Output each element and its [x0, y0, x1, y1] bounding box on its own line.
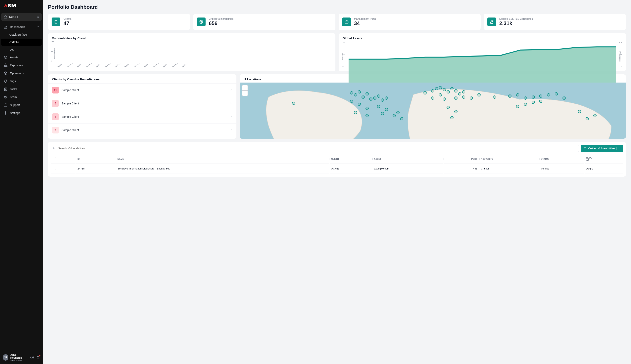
ip-marker[interactable] [354, 93, 357, 96]
ip-marker[interactable] [377, 105, 380, 108]
nav-sub-attack-surface[interactable]: Attack Surface [0, 31, 43, 38]
ip-marker[interactable] [350, 100, 353, 103]
metric-mgmt-ports[interactable]: Management Ports34 [339, 14, 481, 30]
ip-marker[interactable] [358, 90, 361, 94]
map[interactable]: + − [240, 82, 626, 134]
ip-marker[interactable] [400, 117, 403, 120]
ip-marker[interactable] [562, 96, 566, 100]
ip-marker[interactable] [377, 94, 380, 98]
select-all-checkbox[interactable] [53, 157, 56, 160]
ip-marker[interactable] [593, 114, 596, 117]
ip-marker[interactable] [450, 116, 454, 119]
ip-marker[interactable] [586, 117, 589, 120]
nav-team[interactable]: Team [0, 93, 43, 101]
ip-marker[interactable] [358, 103, 361, 106]
org-selector[interactable]: NetSPI [1, 13, 42, 21]
ip-marker[interactable] [361, 96, 365, 99]
zoom-out-button[interactable]: − [242, 90, 248, 96]
ip-marker[interactable] [439, 86, 442, 89]
nav-operations[interactable]: Operations [0, 69, 43, 77]
nav-sub-portfolio[interactable]: Portfolio [1, 38, 42, 46]
ip-marker[interactable] [477, 93, 481, 96]
column-header[interactable]: ˅SEVERITY [479, 154, 539, 164]
ip-marker[interactable] [524, 96, 527, 100]
ip-marker[interactable] [516, 93, 519, 96]
nav-tasks[interactable]: Tasks [0, 85, 43, 93]
ip-marker[interactable] [443, 98, 446, 101]
filter-button[interactable]: Verified Vulnerabilities [581, 144, 623, 152]
nav-sub-faq[interactable]: FAQ [0, 46, 43, 53]
ip-marker[interactable] [431, 89, 434, 92]
nav-dashboards[interactable]: Dashboards [0, 23, 43, 31]
ip-marker[interactable] [365, 114, 369, 117]
row-checkbox[interactable] [53, 167, 56, 170]
ip-marker[interactable] [365, 107, 369, 110]
column-header[interactable]: PORT [444, 154, 479, 164]
ip-marker[interactable] [350, 91, 353, 94]
ip-marker[interactable] [454, 110, 458, 113]
ip-marker[interactable] [458, 92, 461, 96]
ip-marker[interactable] [493, 96, 496, 99]
ip-marker[interactable] [354, 111, 357, 114]
ip-marker[interactable] [385, 96, 388, 100]
ip-marker[interactable] [539, 100, 542, 103]
table-row[interactable]: 24718Sensitive Information Disclosure - … [51, 164, 623, 174]
metric-critical[interactable]: Critical Vulnerabilities656 [193, 14, 335, 30]
ip-marker[interactable] [454, 89, 458, 92]
search-input[interactable] [51, 144, 579, 152]
ip-marker[interactable] [462, 96, 465, 99]
ip-marker[interactable] [532, 96, 535, 99]
bell-icon[interactable] [36, 356, 40, 360]
overdue-item[interactable]: 11Sample Client [48, 83, 237, 97]
nav-assets[interactable]: Assets [0, 53, 43, 61]
ip-marker[interactable] [450, 87, 454, 90]
ip-marker[interactable] [555, 92, 558, 96]
column-header[interactable]: ID [76, 154, 116, 164]
column-header[interactable]: REPOAT [585, 154, 623, 164]
ip-marker[interactable] [424, 91, 427, 94]
ip-marker[interactable] [435, 87, 438, 90]
ip-marker[interactable] [547, 93, 550, 96]
help-icon[interactable] [30, 356, 34, 360]
column-header[interactable]: CLIENT [330, 154, 372, 164]
ip-marker[interactable] [447, 106, 450, 109]
ip-marker[interactable] [369, 98, 372, 101]
metric-clients[interactable]: Clients47 [48, 14, 190, 30]
ip-marker[interactable] [443, 88, 446, 91]
ip-marker[interactable] [532, 101, 535, 104]
ip-marker[interactable] [381, 112, 384, 115]
avatar[interactable]: JR [3, 354, 8, 360]
column-header[interactable]: STATUS [539, 154, 584, 164]
column-header[interactable] [51, 154, 76, 164]
ip-marker[interactable] [539, 94, 542, 98]
nav-exposures[interactable]: Exposures [0, 61, 43, 69]
nav-settings[interactable]: Settings [0, 109, 43, 117]
user-info[interactable]: Jake Reynolds View profile [10, 353, 26, 362]
ip-marker[interactable] [431, 96, 434, 100]
ip-marker[interactable] [439, 93, 442, 96]
nav-tags[interactable]: Tags [0, 77, 43, 85]
zoom-in-button[interactable]: + [242, 85, 248, 90]
ip-marker[interactable] [462, 90, 465, 94]
overdue-item[interactable]: 4Sample Client [48, 110, 237, 123]
overdue-item[interactable]: 2Sample Client [48, 123, 237, 137]
ip-marker[interactable] [454, 96, 458, 100]
ip-marker[interactable] [365, 92, 369, 96]
ip-marker[interactable] [373, 96, 376, 100]
ip-marker[interactable] [516, 105, 519, 108]
ip-marker[interactable] [447, 90, 450, 94]
nav-support[interactable]: Support [0, 101, 43, 109]
ip-marker[interactable] [381, 98, 384, 102]
ip-marker[interactable] [385, 108, 388, 111]
column-header[interactable]: ASSET [372, 154, 443, 164]
ip-marker[interactable] [292, 102, 295, 105]
ip-marker[interactable] [508, 94, 512, 98]
ip-marker[interactable] [392, 114, 396, 117]
ip-marker[interactable] [396, 111, 399, 114]
metric-expired-ssl[interactable]: Expired SSL/TLS Certificates2.31k [484, 14, 626, 30]
overdue-item[interactable]: 5Sample Client [48, 97, 237, 110]
ip-marker[interactable] [524, 103, 527, 106]
ip-marker[interactable] [578, 110, 581, 113]
column-header[interactable]: NAME [116, 154, 329, 164]
ip-marker[interactable] [470, 96, 473, 100]
